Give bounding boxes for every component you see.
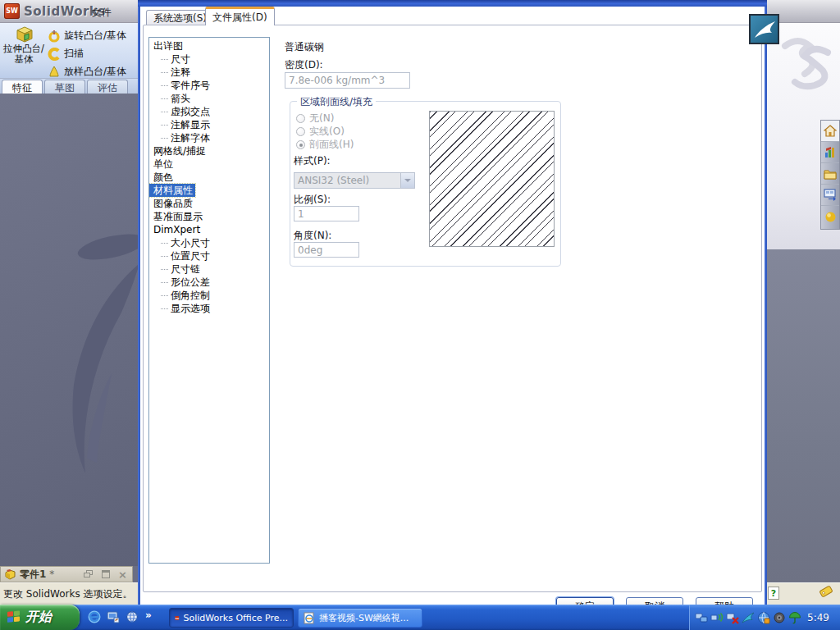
network-computers-icon[interactable] (695, 611, 708, 624)
area-hatch-fill-group: 区域剖面线/填充 无(N) 实线(O) 剖面线(H) 样式(P): ANSI32… (290, 101, 561, 267)
part-document-titlebar[interactable]: 零件1 * × (0, 566, 133, 582)
menu-file[interactable]: 文件 (92, 6, 112, 20)
command-manager-tabs: 特征 草图 评估 (0, 79, 138, 94)
loft-boss-label: 放样凸台/基体 (64, 65, 126, 79)
tree-item-dimxpert[interactable]: DimXpert (149, 223, 269, 236)
file-explorer-icon[interactable] (821, 163, 839, 185)
scale-label: 比例(S): (294, 193, 331, 207)
solidworks-app: SW SolidWorks 文件 × 拉伸凸台/基体 (0, 0, 840, 630)
volume-icon[interactable] (773, 611, 786, 624)
wireless-signal-icon[interactable] (710, 611, 724, 624)
solidworks-task-icon: SW (175, 612, 180, 624)
extrude-boss-label: 拉伸凸台/基体 (2, 43, 45, 65)
ok-button[interactable]: 确定 (556, 597, 614, 605)
show-desktop-icon[interactable] (107, 610, 120, 623)
hatch-style-value: ANSI32 (Steel) (298, 175, 369, 186)
hatch-pattern-preview (429, 111, 555, 247)
density-field[interactable] (285, 72, 410, 89)
tree-item-geometric-tolerance[interactable]: 形位公差 (149, 276, 269, 289)
loft-boss-button[interactable]: 放样凸台/基体 (48, 63, 138, 80)
tree-item-detailing[interactable]: 出详图 (149, 39, 269, 52)
svg-text:SW: SW (175, 617, 179, 619)
cancel-button[interactable]: 取消 (626, 597, 683, 605)
angle-field[interactable] (294, 242, 359, 258)
area-hatch-fill-title: 区域剖面线/填充 (297, 95, 376, 109)
windows-flag-icon (7, 610, 21, 624)
tray-clock: 5:49 (807, 612, 829, 623)
doc-restore-button[interactable] (84, 570, 94, 579)
taskbar-item-solidworks[interactable]: SW SolidWorks Office Pre... (169, 608, 294, 628)
tree-item-dimensions[interactable]: 尺寸 (149, 52, 269, 66)
ie-quicklaunch-icon[interactable] (88, 610, 101, 623)
options-tree: 出详图 尺寸 注释 零件序号 箭头 虚拟交点 注解显示 注解字体 网格线/捕捉 … (148, 37, 270, 564)
tag-icon[interactable] (818, 585, 834, 598)
sweep-label: 扫描 (64, 47, 84, 61)
swoosh-arrow-icon (752, 18, 777, 41)
radio-none-label: 无(N) (309, 112, 334, 126)
tree-item-chamfer-controls[interactable]: 倒角控制 (149, 289, 269, 302)
tree-item-chain-dimension[interactable]: 尺寸链 (149, 262, 269, 276)
tree-item-balloons[interactable]: 零件序号 (149, 79, 269, 92)
antivirus-umbrella-icon[interactable] (788, 611, 801, 624)
doc-close-button[interactable]: × (118, 570, 129, 579)
tree-item-arrows[interactable]: 箭头 (149, 92, 269, 105)
media-player-quicklaunch-icon[interactable] (126, 610, 139, 623)
sweep-button[interactable]: 扫描 (48, 45, 138, 62)
tree-item-annotation-display[interactable]: 注解显示 (149, 118, 269, 131)
radio-none-circle (296, 114, 305, 123)
revolve-boss-label: 旋转凸台/基体 (64, 29, 126, 43)
help-button[interactable]: 帮助 (696, 597, 753, 605)
tree-item-colors[interactable]: 颜色 (149, 171, 269, 184)
graphics-viewport[interactable] (0, 94, 138, 566)
tree-item-grid-snap[interactable]: 网格线/捕捉 (149, 144, 269, 158)
tree-item-size-dimension[interactable]: 大小尺寸 (149, 236, 269, 249)
tree-item-image-quality[interactable]: 图像品质 (149, 197, 269, 210)
extrude-boss-icon (13, 25, 34, 43)
resources-home-icon[interactable] (821, 121, 839, 142)
tab-sketch[interactable]: 草图 (44, 80, 85, 94)
start-button[interactable]: 开始 (0, 605, 80, 630)
solidworks-resources-flyout-icon[interactable] (749, 14, 779, 44)
scale-field[interactable] (294, 206, 359, 221)
radio-none[interactable]: 无(N) (296, 112, 334, 126)
radio-solid[interactable]: 实线(O) (296, 125, 345, 139)
document-properties-page: 出详图 尺寸 注释 零件序号 箭头 虚拟交点 注解显示 注解字体 网格线/捕捉 … (143, 25, 762, 592)
design-library-icon[interactable] (821, 142, 839, 163)
radio-hatch[interactable]: 剖面线(H) (296, 138, 354, 152)
system-tray: 5:49 (689, 605, 840, 630)
messenger-globe-icon[interactable] (757, 611, 770, 624)
modified-marker: * (49, 568, 54, 580)
extrude-boss-button[interactable]: 拉伸凸台/基体 (2, 25, 45, 76)
tree-item-plane-display[interactable]: 基准面显示 (149, 210, 269, 223)
quicklaunch-chevron-icon[interactable]: » (145, 609, 152, 621)
status-help-icon[interactable]: ? (768, 587, 779, 600)
sphere-icon[interactable] (821, 206, 839, 227)
network-disconnected-icon[interactable] (726, 611, 739, 624)
dialog-title-bar[interactable] (138, 0, 767, 7)
taskbar-item-browser[interactable]: 播客视频-SW網絡視... (298, 608, 422, 628)
radio-solid-circle (296, 127, 305, 136)
dropdown-arrow-icon[interactable] (400, 173, 414, 188)
view-palette-icon[interactable] (821, 185, 839, 206)
tab-document-properties[interactable]: 文件属性(D) (205, 7, 275, 25)
radio-solid-label: 实线(O) (309, 125, 345, 139)
tree-item-display-options[interactable]: 显示选项 (149, 302, 269, 315)
tree-item-virtual-sharps[interactable]: 虚拟交点 (149, 105, 269, 118)
radio-hatch-circle (296, 140, 305, 149)
tree-item-notes[interactable]: 注释 (149, 66, 269, 79)
tab-features[interactable]: 特征 (2, 80, 43, 94)
tab-evaluate[interactable]: 评估 (87, 80, 128, 94)
solidworks-tray-icon[interactable] (742, 611, 755, 624)
hatch-style-dropdown[interactable]: ANSI32 (Steel) (294, 172, 415, 189)
tree-item-location-dimension[interactable]: 位置尺寸 (149, 249, 269, 262)
tab-system-options[interactable]: 系统选项(S) (146, 10, 214, 25)
revolve-boss-button[interactable]: 旋转凸台/基体 (48, 27, 138, 44)
tree-item-annotation-font[interactable]: 注解字体 (149, 131, 269, 144)
revolve-boss-icon (48, 30, 61, 43)
doc-maximize-button[interactable] (101, 570, 112, 579)
tree-item-material-properties[interactable]: 材料属性 (149, 184, 195, 197)
dialog-border-right (765, 7, 767, 605)
tree-item-units[interactable]: 单位 (149, 158, 269, 171)
graphics-viewport-right[interactable] (767, 249, 840, 582)
part-document-title: 零件1 (20, 568, 46, 582)
